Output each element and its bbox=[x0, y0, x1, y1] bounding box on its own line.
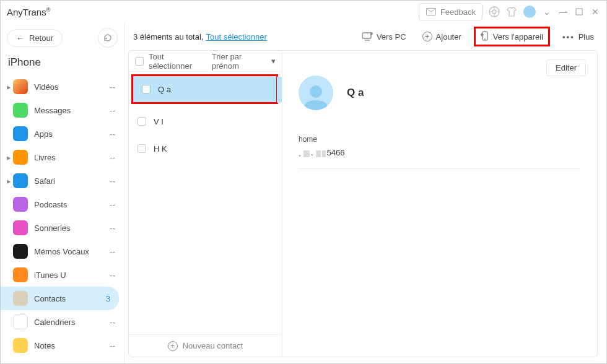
select-all-link[interactable]: Tout sélectionner bbox=[206, 32, 266, 41]
back-label: Retour bbox=[29, 33, 53, 43]
checkbox-icon[interactable] bbox=[135, 57, 144, 66]
phone-field-value: ˯ . 5466 bbox=[299, 147, 581, 157]
new-contact-label: Nouveau contact bbox=[183, 341, 243, 350]
app-title-text: AnyTrans bbox=[7, 7, 46, 17]
app-title: AnyTrans® bbox=[7, 7, 50, 17]
sidebar-item-itunesu[interactable]: iTunes U-- bbox=[1, 263, 124, 287]
arrow-left-icon: ← bbox=[16, 33, 24, 43]
nav-count: -- bbox=[110, 271, 115, 280]
sidebar-item-safari[interactable]: ▸Safari-- bbox=[1, 169, 124, 193]
contact-row-name: Q a bbox=[158, 85, 171, 94]
sidebar-item-ringtones[interactable]: Sonneries-- bbox=[1, 216, 124, 240]
app-icon bbox=[13, 126, 28, 141]
nav-label: iTunes U bbox=[34, 271, 110, 280]
nav-label: Calendriers bbox=[34, 318, 110, 327]
shirt-icon[interactable] bbox=[506, 6, 517, 17]
app-icon bbox=[13, 173, 28, 188]
sidebar-item-videos[interactable]: ▸Vidéos-- bbox=[1, 75, 124, 98]
contact-row[interactable]: V I bbox=[129, 108, 282, 135]
window-close-button[interactable]: ✕ bbox=[590, 7, 600, 17]
list-sort-label: Trier par prénom bbox=[212, 52, 269, 71]
toolbar-summary: 3 éléments au total, Tout sélectionner bbox=[133, 32, 267, 41]
sidebar: ← Retour iPhone ▸Vidéos--Messages--Apps-… bbox=[1, 23, 124, 363]
to-pc-button[interactable]: Vers PC bbox=[358, 30, 410, 44]
checkbox-icon[interactable] bbox=[138, 117, 146, 126]
contact-list-panel: Tout sélectionner Trier par prénom ▾ Q a… bbox=[129, 51, 282, 357]
app-icon bbox=[13, 197, 28, 212]
sidebar-item-calendars[interactable]: Calendriers-- bbox=[1, 310, 124, 334]
app-icon bbox=[13, 150, 28, 165]
titlebar: AnyTrans® Feedback ⌄ — ✕ bbox=[1, 1, 606, 23]
app-icon bbox=[13, 291, 28, 306]
new-contact-button[interactable]: + Nouveau contact bbox=[129, 334, 282, 357]
sidebar-item-voicememos[interactable]: Mémos Vocaux-- bbox=[1, 240, 124, 263]
to-device-label: Vers l'appareil bbox=[493, 32, 543, 41]
toolbar-right: Vers PC + Ajouter Vers l'appareil ••• bbox=[358, 27, 598, 46]
more-icon: ••• bbox=[562, 32, 575, 41]
edit-button[interactable]: Editer bbox=[546, 59, 586, 76]
to-pc-icon bbox=[362, 32, 373, 41]
checkbox-icon[interactable] bbox=[138, 144, 146, 153]
help-icon[interactable] bbox=[489, 6, 500, 17]
svg-point-7 bbox=[310, 85, 322, 98]
nav-label: Podcasts bbox=[34, 200, 110, 209]
list-select-all-label: Tout sélectionner bbox=[149, 52, 207, 71]
plus-circle-icon: + bbox=[168, 341, 178, 351]
to-device-icon bbox=[481, 31, 489, 42]
nav-count: -- bbox=[110, 341, 115, 350]
sidebar-item-apps[interactable]: Apps-- bbox=[1, 122, 124, 145]
user-avatar-small[interactable] bbox=[523, 6, 536, 18]
app-icon bbox=[13, 103, 28, 118]
sidebar-top: ← Retour bbox=[1, 28, 124, 53]
device-name: iPhone bbox=[1, 53, 124, 75]
caret-right-icon: ▸ bbox=[6, 153, 12, 162]
list-sort[interactable]: Trier par prénom ▾ bbox=[212, 52, 276, 71]
window-minimize-button[interactable]: — bbox=[558, 7, 568, 17]
contact-row[interactable]: Q a bbox=[131, 74, 278, 104]
content: Tout sélectionner Trier par prénom ▾ Q a… bbox=[128, 50, 598, 357]
more-button[interactable]: ••• Plus bbox=[559, 30, 598, 44]
contact-row-name: V I bbox=[154, 117, 164, 126]
phone-suffix: 5466 bbox=[327, 148, 345, 157]
redacted-icon bbox=[322, 150, 326, 157]
nav-count: -- bbox=[110, 318, 115, 327]
add-label: Ajouter bbox=[436, 32, 461, 41]
contact-detail: Editer Q a home ˯ . bbox=[282, 51, 597, 357]
chevron-down-icon[interactable]: ⌄ bbox=[542, 7, 552, 17]
sidebar-item-messages[interactable]: Messages-- bbox=[1, 98, 124, 122]
main: 3 éléments au total, Tout sélectionner V… bbox=[124, 23, 606, 363]
refresh-button[interactable] bbox=[98, 28, 118, 48]
to-device-button[interactable]: Vers l'appareil bbox=[474, 27, 550, 46]
sidebar-item-podcasts[interactable]: Podcasts-- bbox=[1, 193, 124, 216]
nav-count: -- bbox=[110, 200, 115, 209]
nav-count: -- bbox=[110, 129, 115, 139]
list-select-all[interactable]: Tout sélectionner bbox=[135, 52, 207, 71]
feedback-button[interactable]: Feedback bbox=[419, 3, 483, 20]
contact-list[interactable]: Q aV IH K bbox=[129, 72, 282, 334]
to-pc-label: Vers PC bbox=[377, 32, 406, 41]
sidebar-nav[interactable]: ▸Vidéos--Messages--Apps--▸Livres--▸Safar… bbox=[1, 75, 124, 363]
nav-label: Contacts bbox=[34, 294, 106, 303]
nav-count: -- bbox=[110, 82, 115, 92]
app-icon bbox=[13, 267, 28, 282]
svg-rect-4 bbox=[362, 33, 371, 38]
svg-point-2 bbox=[492, 10, 496, 14]
caret-right-icon: ▸ bbox=[6, 82, 12, 92]
phone-field: home ˯ . 5466 bbox=[299, 135, 581, 169]
caret-down-icon: ▾ bbox=[271, 56, 276, 66]
redacted-icon bbox=[304, 150, 310, 157]
nav-count: -- bbox=[110, 153, 115, 162]
add-button[interactable]: + Ajouter bbox=[419, 29, 465, 44]
sidebar-item-notes[interactable]: Notes-- bbox=[1, 334, 124, 357]
back-button[interactable]: ← Retour bbox=[7, 29, 63, 47]
window-maximize-button[interactable] bbox=[574, 7, 584, 17]
checkbox-icon[interactable] bbox=[142, 85, 151, 93]
edit-label: Editer bbox=[556, 63, 577, 72]
nav-label: Vidéos bbox=[34, 82, 110, 92]
sidebar-item-contacts[interactable]: Contacts3 bbox=[1, 287, 119, 310]
sidebar-item-books[interactable]: ▸Livres-- bbox=[1, 145, 124, 169]
app-icon bbox=[13, 220, 28, 235]
nav-label: Livres bbox=[34, 153, 110, 162]
contact-row[interactable]: H K bbox=[129, 135, 282, 162]
nav-count: 3 bbox=[106, 294, 110, 303]
